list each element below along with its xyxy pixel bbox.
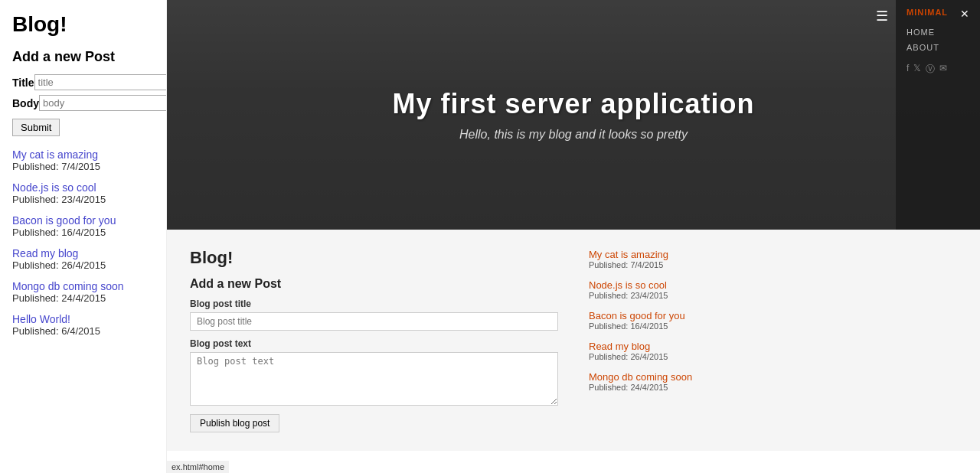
submit-button[interactable]: Submit bbox=[12, 119, 60, 136]
list-item: Mongo db coming soon Published: 24/4/201… bbox=[589, 370, 957, 392]
post-published-4: Published: 26/4/2015 bbox=[12, 259, 154, 271]
post-link-5[interactable]: Mongo db coming soon bbox=[12, 280, 124, 292]
nav-home-link[interactable]: HOME bbox=[906, 28, 969, 37]
post-link-3[interactable]: Bacon is good for you bbox=[12, 214, 116, 227]
blog-section-title: Blog! bbox=[190, 248, 558, 268]
blog-right-panel: My cat is amazing Published: 7/4/2015 No… bbox=[589, 248, 957, 432]
blog-add-post-heading: Add a new Post bbox=[190, 277, 558, 291]
publish-button[interactable]: Publish blog post bbox=[190, 414, 279, 432]
sidebar-blog-title: Blog! bbox=[12, 12, 154, 37]
hamburger-icon[interactable]: ☰ bbox=[876, 8, 888, 24]
list-item: Mongo db coming soon Published: 24/4/201… bbox=[12, 280, 154, 304]
hero-subtitle: Hello, this is my blog and it looks so p… bbox=[459, 128, 688, 142]
blog-left-panel: Blog! Add a new Post Blog post title Blo… bbox=[190, 248, 558, 432]
post-link-1[interactable]: My cat is amazing bbox=[12, 148, 98, 161]
blog-post-pub-2: Published: 23/4/2015 bbox=[589, 291, 957, 300]
title-form-row: Title bbox=[12, 74, 154, 90]
blog-content-section: Blog! Add a new Post Blog post title Blo… bbox=[167, 230, 980, 451]
email-icon[interactable]: ✉ bbox=[939, 63, 947, 76]
body-input[interactable] bbox=[39, 95, 167, 111]
list-item: My cat is amazing Published: 7/4/2015 bbox=[589, 248, 957, 269]
list-item: Read my blog Published: 26/4/2015 bbox=[12, 247, 154, 271]
blog-post-pub-3: Published: 16/4/2015 bbox=[589, 321, 957, 331]
url-bar: ex.html#home bbox=[167, 461, 229, 473]
blog-post-pub-1: Published: 7/4/2015 bbox=[589, 260, 957, 269]
nav-about-link[interactable]: ABOUT bbox=[906, 43, 969, 52]
list-item: Bacon is good for you Published: 16/4/20… bbox=[589, 309, 957, 331]
facebook-icon[interactable]: f bbox=[906, 63, 909, 76]
list-item: Bacon is good for you Published: 16/4/20… bbox=[12, 214, 154, 238]
sidebar-post-list: My cat is amazing Published: 7/4/2015 No… bbox=[12, 148, 154, 337]
blog-post-pub-4: Published: 26/4/2015 bbox=[589, 352, 957, 361]
post-published-2: Published: 23/4/2015 bbox=[12, 194, 154, 205]
list-item: Read my blog Published: 26/4/2015 bbox=[589, 340, 957, 361]
blog-title-input[interactable] bbox=[190, 312, 558, 331]
title-input[interactable] bbox=[34, 74, 167, 90]
blog-body-field-label: Blog post text bbox=[190, 338, 558, 349]
list-item: My cat is amazing Published: 7/4/2015 bbox=[12, 148, 154, 172]
close-icon[interactable]: ✕ bbox=[960, 8, 969, 20]
blog-post-link-2[interactable]: Node.js is so cool bbox=[589, 279, 667, 291]
blog-post-pub-5: Published: 24/4/2015 bbox=[589, 383, 957, 392]
title-label: Title bbox=[12, 77, 34, 89]
blog-post-link-4[interactable]: Read my blog bbox=[589, 341, 650, 352]
url-text: ex.html#home bbox=[172, 462, 224, 471]
blog-post-link-1[interactable]: My cat is amazing bbox=[589, 249, 668, 260]
post-published-6: Published: 6/4/2015 bbox=[12, 325, 154, 337]
hero-title: My first server application bbox=[392, 88, 754, 120]
post-published-3: Published: 16/4/2015 bbox=[12, 227, 154, 238]
body-label: Body bbox=[12, 97, 39, 109]
blog-post-link-3[interactable]: Bacon is good for you bbox=[589, 310, 685, 321]
post-link-4[interactable]: Read my blog bbox=[12, 247, 78, 259]
post-link-2[interactable]: Node.js is so cool bbox=[12, 181, 96, 194]
list-item: Node.js is so cool Published: 23/4/2015 bbox=[12, 181, 154, 205]
blog-post-link-5[interactable]: Mongo db coming soon bbox=[589, 371, 692, 383]
post-published-1: Published: 7/4/2015 bbox=[12, 161, 154, 172]
post-published-5: Published: 24/4/2015 bbox=[12, 292, 154, 304]
blog-title-field-label: Blog post title bbox=[190, 298, 558, 309]
list-item: Hello World! Published: 6/4/2015 bbox=[12, 313, 154, 337]
twitter-icon[interactable]: 𝕏 bbox=[913, 63, 921, 76]
nav-social-icons: f 𝕏 Ⓥ ✉ bbox=[906, 63, 969, 76]
post-link-6[interactable]: Hello World! bbox=[12, 313, 70, 325]
sidebar-add-post-heading: Add a new Post bbox=[12, 49, 154, 65]
list-item: Node.js is so cool Published: 23/4/2015 bbox=[589, 279, 957, 300]
body-form-row: Body bbox=[12, 95, 154, 111]
left-sidebar: Blog! Add a new Post Title Body Submit M… bbox=[0, 0, 167, 473]
hero-section: My first server application Hello, this … bbox=[167, 0, 980, 230]
pinterest-icon[interactable]: Ⓥ bbox=[926, 63, 935, 76]
blog-body-textarea[interactable] bbox=[190, 352, 558, 406]
main-content: My first server application Hello, this … bbox=[167, 0, 980, 473]
nav-overlay: ✕ MINIMAL HOME ABOUT f 𝕏 Ⓥ ✉ bbox=[896, 0, 980, 230]
